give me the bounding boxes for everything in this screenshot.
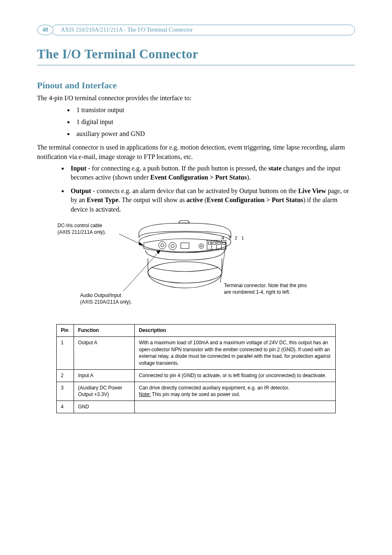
io-lead: Input	[71, 165, 86, 172]
pinout-table: Pin Function Description 1 Output A With…	[56, 324, 336, 413]
list-item: 1 transistor output	[74, 105, 355, 115]
figure-label-dciris: DC-Iris control cable (AXIS 211/211A onl…	[58, 222, 115, 235]
svg-rect-13	[213, 242, 215, 244]
page-number-badge: 48	[37, 25, 53, 35]
camera-figure: DC-Iris control cable (AXIS 211/211A onl…	[37, 222, 355, 313]
page-number: 48	[42, 27, 48, 33]
io-bold: Live View	[298, 187, 326, 194]
table-cell: With a maximum load of 100mA and a maxim…	[135, 336, 336, 369]
table-cell: Connected to pin 4 (GND) to activate, or…	[135, 369, 336, 382]
io-text: . The output will show as	[118, 196, 186, 203]
svg-point-4	[171, 244, 174, 248]
svg-rect-12	[208, 242, 211, 244]
svg-point-6	[201, 245, 203, 247]
page-title: The I/O Terminal Connector	[37, 47, 355, 62]
body-paragraph: The terminal connector is used in applic…	[37, 143, 355, 161]
table-cell: Input A	[74, 369, 135, 382]
table-header: Description	[135, 324, 336, 336]
figure-label-text: DC-Iris control cable	[58, 223, 102, 228]
io-text: (	[203, 196, 207, 203]
table-header: Pin	[57, 324, 74, 336]
io-bold: Event Configuration > Port Status	[150, 174, 247, 181]
camera-diagram-icon	[119, 219, 251, 305]
page-header: 48 AXIS 210/210A/211/211A - The I/O Term…	[37, 25, 355, 35]
table-cell: 1	[57, 336, 74, 369]
section-heading: Pinout and Interface	[37, 80, 355, 91]
svg-point-16	[148, 262, 222, 283]
table-cell	[135, 401, 336, 413]
svg-point-3	[169, 242, 176, 250]
running-header: AXIS 210/210A/211/211A - The I/O Termina…	[51, 25, 355, 35]
list-item: Input - for connecting e.g. a push butto…	[68, 164, 355, 182]
io-bold: state	[268, 165, 281, 172]
svg-rect-7	[181, 243, 189, 249]
table-cell: Can drive directly connected auxiliary e…	[135, 382, 336, 401]
io-text: - connects e.g. an alarm device that can…	[91, 187, 298, 194]
table-cell-text: This pin may only be used as power out.	[151, 391, 240, 397]
io-list: Input - for connecting e.g. a push butto…	[37, 164, 355, 214]
table-cell-note-lead: Note:	[139, 391, 151, 397]
io-text: - for connecting e.g. a push button. If …	[86, 165, 268, 172]
table-cell: 3	[57, 382, 74, 401]
list-item: auxiliary power and GND	[74, 129, 355, 139]
table-row: 2 Input A Connected to pin 4 (GND) to ac…	[57, 369, 336, 382]
table-cell: GND	[74, 401, 135, 413]
svg-point-2	[161, 244, 164, 247]
svg-point-0	[139, 232, 231, 252]
table-cell: 4	[57, 401, 74, 413]
svg-point-1	[159, 242, 166, 249]
table-cell: Output A	[74, 336, 135, 369]
svg-rect-14	[218, 242, 220, 244]
list-item: Output - connects e.g. an alarm device t…	[68, 187, 355, 214]
interface-list: 1 transistor output 1 digital input auxi…	[37, 105, 355, 139]
io-text: ).	[247, 174, 251, 181]
table-cell: 2	[57, 369, 74, 382]
title-rule	[37, 62, 355, 65]
svg-line-19	[123, 250, 160, 291]
table-row: 1 Output A With a maximum load of 100mA …	[57, 336, 336, 369]
io-lead: Output	[71, 187, 91, 194]
io-bold: Event Configuration > Port Status	[207, 196, 303, 203]
table-header: Function	[74, 324, 135, 336]
table-row: 3 (Auxiliary DC Power Output +3.3V) Can …	[57, 382, 336, 401]
table-header-row: Pin Function Description	[57, 324, 336, 336]
list-item: 1 digital input	[74, 117, 355, 127]
figure-label-text: (AXIS 211/211A only).	[58, 229, 106, 235]
svg-marker-18	[139, 242, 143, 245]
io-bold: Event Type	[87, 196, 118, 203]
svg-point-5	[199, 244, 204, 249]
io-bold: active	[187, 196, 203, 203]
intro-paragraph: The 4-pin I/O terminal connector provide…	[37, 93, 355, 103]
table-cell: (Auxiliary DC Power Output +3.3V)	[74, 382, 135, 401]
table-cell-text: Can drive directly connected auxiliary e…	[139, 385, 289, 391]
table-row: 4 GND	[57, 401, 336, 413]
figure-label-text: Audio Output/Input	[80, 292, 121, 298]
